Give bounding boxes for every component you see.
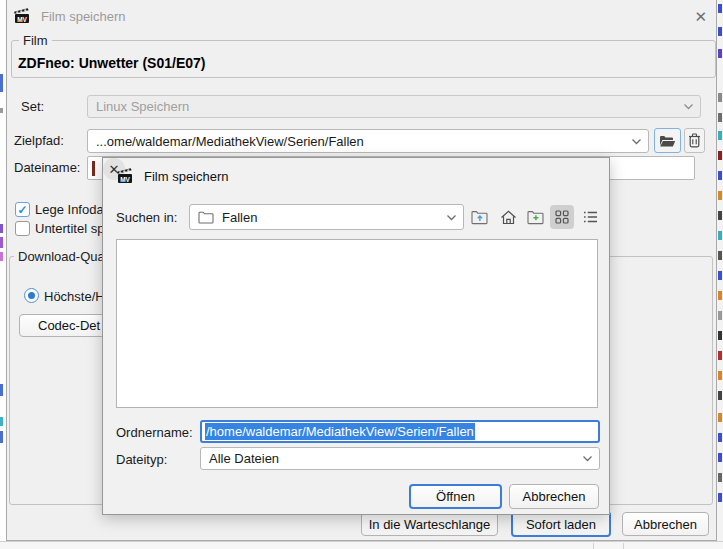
- mediathekview-clapper-icon: MV: [117, 168, 134, 184]
- film-group: Film ZDFneo: Unwetter (S01/E07): [11, 40, 716, 78]
- file-dialog-titlebar: MV Film speichern: [117, 168, 229, 184]
- file-type-value: Alle Dateien: [209, 451, 279, 466]
- screen: MV Film speichern ✕ Film ZDFneo: Unwette…: [0, 0, 723, 549]
- dateiname-label: Dateiname:: [14, 160, 80, 175]
- folder-name-value-selected: /home/waldemar/MediathekView/Serien/Fall…: [205, 423, 475, 440]
- folder-name-label: Ordnername:: [116, 425, 193, 440]
- search-in-label: Suchen in:: [116, 210, 177, 225]
- dateiname-text-fragment: [92, 161, 95, 176]
- film-group-label: Film: [19, 33, 52, 48]
- open-folder-icon: [659, 134, 676, 148]
- chevron-down-icon[interactable]: [576, 455, 593, 462]
- trash-icon: [688, 133, 701, 148]
- hoechste-radio-label: Höchste/H: [44, 289, 105, 304]
- download-now-button-label: Sofort laden: [526, 517, 596, 532]
- mediathekview-clapper-icon: MV: [14, 8, 31, 24]
- set-label: Set:: [21, 99, 44, 114]
- dialog-titlebar: MV Film speichern: [14, 8, 126, 24]
- set-value: Linux Speichern: [96, 99, 189, 114]
- delete-path-button[interactable]: [684, 128, 705, 153]
- home-icon: [500, 210, 517, 225]
- folder-icon: [198, 211, 214, 224]
- chevron-down-icon: [677, 103, 694, 110]
- infodatei-checkbox-label: Lege Infoda: [35, 202, 104, 217]
- grid-view-button[interactable]: [550, 205, 574, 229]
- codec-details-button-label: Codec-Det: [38, 318, 100, 333]
- parent-folder-button[interactable]: [468, 205, 492, 229]
- file-dialog-cancel-button[interactable]: Abbrechen: [509, 484, 599, 509]
- cancel-button-label: Abbrechen: [634, 517, 697, 532]
- folder-up-icon: [471, 210, 489, 225]
- queue-button-label: In die Warteschlange: [369, 517, 491, 532]
- background-window-bottom-sliver: [0, 541, 723, 549]
- file-type-combobox[interactable]: Alle Dateien: [200, 447, 600, 470]
- file-dialog-cancel-button-label: Abbrechen: [523, 489, 586, 504]
- home-button[interactable]: [496, 205, 520, 229]
- film-title: ZDFneo: Unwetter (S01/E07): [18, 55, 205, 71]
- file-type-label: Dateityp:: [116, 452, 167, 467]
- file-dialog-title: Film speichern: [144, 169, 229, 184]
- search-in-value: Fallen: [222, 210, 257, 225]
- grid-view-icon: [555, 210, 569, 224]
- file-chooser-dialog: MV Film speichern ✕ Suchen in: Fallen: [102, 157, 610, 515]
- file-list-area[interactable]: [116, 239, 598, 408]
- list-view-button[interactable]: [578, 205, 602, 229]
- set-combobox[interactable]: Linux Speichern: [87, 95, 701, 118]
- zielpfad-combobox[interactable]: ...ome/waldemar/MediathekView/Serien/Fal…: [87, 129, 649, 153]
- folder-plus-icon: [527, 210, 545, 225]
- cancel-button[interactable]: Abbrechen: [622, 512, 709, 536]
- queue-button[interactable]: In die Warteschlange: [361, 512, 498, 536]
- search-in-combobox[interactable]: Fallen: [189, 204, 464, 230]
- untertitel-checkbox[interactable]: [15, 221, 30, 236]
- zielpfad-label: Zielpfad:: [14, 133, 64, 148]
- chevron-down-icon[interactable]: [440, 214, 457, 221]
- dialog-title: Film speichern: [41, 9, 126, 24]
- svg-text:MV: MV: [17, 16, 27, 23]
- svg-text:MV: MV: [120, 176, 130, 183]
- chevron-down-icon[interactable]: [625, 138, 642, 145]
- download-quality-group-label: Download-Qua: [14, 249, 109, 264]
- zielpfad-value: ...ome/waldemar/MediathekView/Serien/Fal…: [96, 134, 364, 149]
- choose-folder-button[interactable]: [654, 128, 681, 153]
- untertitel-checkbox-label: Untertitel sp: [35, 221, 104, 236]
- list-view-icon: [583, 211, 598, 223]
- close-icon[interactable]: ✕: [694, 9, 707, 24]
- hoechste-radio[interactable]: [24, 288, 39, 303]
- background-window-right-sliver: [717, 0, 723, 549]
- folder-name-input[interactable]: /home/waldemar/MediathekView/Serien/Fall…: [200, 420, 600, 443]
- open-button[interactable]: Öffnen: [409, 484, 502, 509]
- new-folder-button[interactable]: [524, 205, 548, 229]
- infodatei-checkbox[interactable]: [15, 202, 30, 217]
- open-button-label: Öffnen: [436, 489, 475, 504]
